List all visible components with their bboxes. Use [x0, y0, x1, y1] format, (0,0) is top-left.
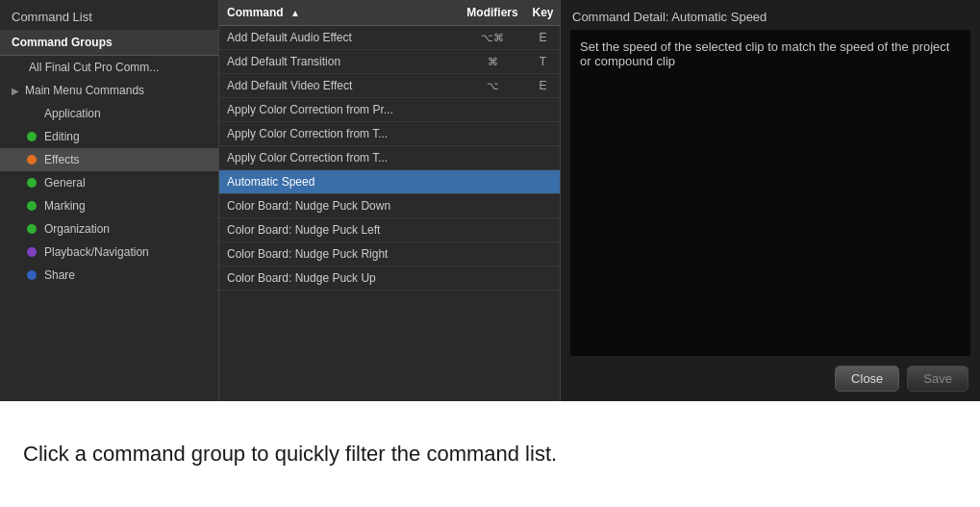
button-row: Close Save	[561, 356, 980, 401]
group-item-label: Organization	[44, 222, 110, 236]
table-row[interactable]: Apply Color Correction from T...	[219, 122, 560, 146]
group-item-editing[interactable]: Editing	[0, 125, 218, 148]
group-item-all-fcp[interactable]: All Final Cut Pro Comm...	[0, 56, 218, 79]
group-item-label: Share	[44, 268, 75, 282]
command-groups-header: Command Groups	[0, 30, 218, 56]
group-item-effects[interactable]: Effects	[0, 148, 218, 171]
command-name: Apply Color Correction from T...	[219, 151, 459, 165]
command-key: E	[526, 79, 560, 92]
group-item-application[interactable]: Application	[0, 102, 218, 125]
group-item-label: Editing	[44, 130, 80, 143]
group-item-general[interactable]: General	[0, 171, 218, 194]
group-item-share[interactable]: Share	[0, 264, 218, 287]
panel-title: Command List	[0, 0, 218, 30]
command-modifier: ⌘	[459, 56, 526, 68]
group-item-label: Application	[44, 107, 101, 120]
status-dot	[27, 201, 37, 211]
command-name: Apply Color Correction from Pr...	[219, 103, 459, 116]
command-key: E	[526, 31, 560, 44]
close-button[interactable]: Close	[835, 366, 899, 392]
command-table-header: Command ▲ Modifiers Key	[219, 0, 560, 26]
group-item-label: Effects	[44, 153, 79, 166]
group-item-label: All Final Cut Pro Comm...	[29, 61, 159, 74]
table-row[interactable]: Apply Color Correction from T...	[219, 146, 560, 170]
col-command-header: Command ▲	[219, 6, 459, 19]
status-dot	[27, 247, 37, 257]
command-modifier: ⌥	[459, 80, 526, 92]
triangle-icon: ▶	[12, 86, 19, 96]
command-name: Add Default Audio Effect	[219, 31, 459, 44]
top-section: Command List Command Groups All Final Cu…	[0, 0, 980, 401]
status-dot	[27, 132, 37, 141]
main-container: Command List Command Groups All Final Cu…	[0, 0, 980, 507]
group-list: All Final Cut Pro Comm...▶Main Menu Comm…	[0, 56, 218, 401]
save-button[interactable]: Save	[907, 366, 968, 392]
table-row[interactable]: Add Default Audio Effect⌥⌘E	[219, 26, 560, 50]
bottom-tooltip: Click a command group to quickly filter …	[0, 401, 980, 507]
left-panel: Command List Command Groups All Final Cu…	[0, 0, 219, 401]
command-name: Automatic Speed	[219, 175, 459, 189]
table-row[interactable]: Add Default Transition⌘T	[219, 50, 560, 74]
status-dot	[27, 270, 37, 280]
middle-panel: Command ▲ Modifiers Key Add Default Audi…	[219, 0, 561, 401]
command-name: Color Board: Nudge Puck Up	[219, 271, 459, 285]
group-item-playback[interactable]: Playback/Navigation	[0, 241, 218, 264]
group-item-label: Playback/Navigation	[44, 245, 149, 259]
group-item-main-menu[interactable]: ▶Main Menu Commands	[0, 79, 218, 102]
col-key-header: Key	[526, 6, 560, 19]
group-item-label: Main Menu Commands	[25, 84, 144, 97]
table-row[interactable]: Automatic Speed	[219, 170, 560, 194]
status-dot	[27, 155, 37, 165]
tooltip-text: Click a command group to quickly filter …	[23, 440, 557, 469]
table-row[interactable]: Add Default Video Effect⌥E	[219, 74, 560, 98]
group-item-label: Marking	[44, 199, 86, 213]
right-panel: Command Detail: Automatic Speed Set the …	[561, 0, 980, 401]
command-modifier: ⌥⌘	[459, 32, 526, 44]
command-name: Color Board: Nudge Puck Left	[219, 223, 459, 237]
table-row[interactable]: Color Board: Nudge Puck Up	[219, 266, 560, 291]
table-row[interactable]: Color Board: Nudge Puck Left	[219, 218, 560, 242]
status-dot	[27, 224, 37, 234]
right-panel-title: Command Detail: Automatic Speed	[561, 0, 980, 30]
command-name: Add Default Transition	[219, 55, 459, 68]
sort-arrow: ▲	[290, 8, 300, 18]
group-item-marking[interactable]: Marking	[0, 194, 218, 217]
table-row[interactable]: Apply Color Correction from Pr...	[219, 98, 560, 122]
command-detail-description: Set the speed of the selected clip to ma…	[580, 39, 949, 68]
col-modifiers-header: Modifiers	[459, 6, 526, 19]
command-name: Add Default Video Effect	[219, 79, 459, 92]
command-list: Add Default Audio Effect⌥⌘EAdd Default T…	[219, 26, 560, 401]
table-row[interactable]: Color Board: Nudge Puck Right	[219, 242, 560, 266]
command-key: T	[526, 55, 560, 68]
group-item-label: General	[44, 176, 86, 190]
table-row[interactable]: Color Board: Nudge Puck Down	[219, 194, 560, 218]
status-dot	[27, 178, 37, 188]
group-item-organization[interactable]: Organization	[0, 217, 218, 241]
command-name: Apply Color Correction from T...	[219, 127, 459, 140]
command-name: Color Board: Nudge Puck Down	[219, 199, 459, 213]
command-detail-area: Set the speed of the selected clip to ma…	[570, 30, 970, 356]
command-name: Color Board: Nudge Puck Right	[219, 247, 459, 261]
